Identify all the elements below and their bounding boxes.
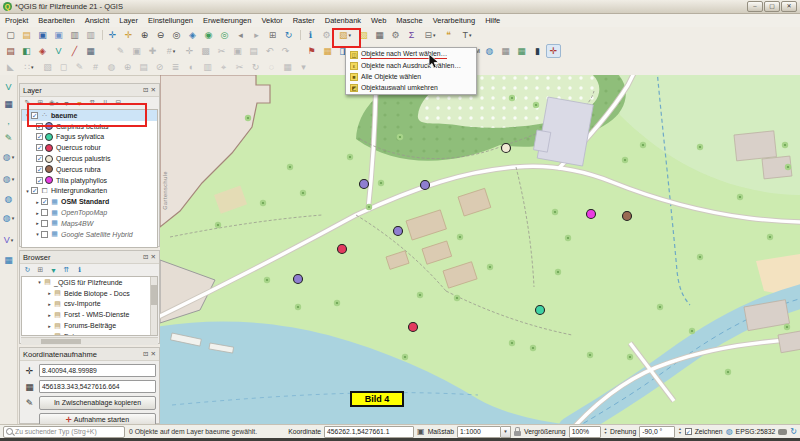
move-feature-icon[interactable]: ✛ xyxy=(182,44,197,58)
save-project-icon[interactable]: ▣ xyxy=(35,28,50,42)
legend-checkbox[interactable]: ✓ xyxy=(36,177,43,184)
browser-folder[interactable]: ▸▤Fotos xyxy=(22,331,157,336)
3d-map-view-icon[interactable]: ◧ xyxy=(19,44,34,58)
filter-legend-icon[interactable]: ▼ xyxy=(61,98,72,109)
browser-folder[interactable]: ▸▤csv-Importe xyxy=(22,299,157,310)
menu-hilfe[interactable]: Hilfe xyxy=(480,16,505,25)
cut-features-icon[interactable]: ✂ xyxy=(214,44,229,58)
zoom-in-icon[interactable]: ⊕ xyxy=(137,28,152,42)
tile-grid-icon[interactable]: ▦ xyxy=(498,44,513,58)
basemap-checkbox[interactable]: ✓ xyxy=(41,198,48,205)
add-virtual-layer-icon[interactable]: ▦ xyxy=(1,252,16,267)
menu-einstellungen[interactable]: Einstellungen xyxy=(143,16,198,25)
offset-curve-icon[interactable]: ◻ xyxy=(56,60,71,74)
collapse-all-browser-icon[interactable]: ⇈ xyxy=(61,265,72,276)
label-properties-icon[interactable]: ◌ xyxy=(264,60,279,74)
identify-features-icon[interactable]: ℹ xyxy=(303,28,318,42)
rotation-value[interactable]: -90,0 ° xyxy=(639,426,675,438)
save-edits-icon[interactable]: ▣ xyxy=(129,44,144,58)
field-calculator-icon[interactable]: Σ xyxy=(404,28,419,42)
legend-item[interactable]: ✓Quercus palustris xyxy=(34,153,157,164)
wgs84-coordinate-field[interactable]: 8.40094,48.99989 xyxy=(39,364,156,377)
run-feature-action-icon[interactable]: ⚙ xyxy=(319,28,334,42)
layer-styling-icon[interactable]: V xyxy=(51,44,66,58)
browser-vertical-scrollbar[interactable] xyxy=(150,277,157,335)
tree-point-quercus-robur[interactable] xyxy=(409,323,418,332)
legend-checkbox[interactable]: ✓ xyxy=(36,166,43,173)
menu-erweiterungen[interactable]: Erweiterungen xyxy=(198,16,256,25)
merge-features-icon[interactable]: ⊕ xyxy=(120,60,135,74)
menu-item-select-all[interactable]: ■Alle Objekte wählen xyxy=(346,71,476,82)
render-checkbox[interactable]: ✓ xyxy=(685,428,692,435)
redo-icon[interactable]: ↷ xyxy=(278,44,293,58)
toggle-editing-icon[interactable]: ✎ xyxy=(113,44,128,58)
rendering-refresh-icon[interactable]: ↻ xyxy=(790,427,797,436)
browser-folder[interactable]: ▸▤Forums-Beiträge xyxy=(22,320,157,331)
wgs84-crosshair-icon[interactable]: ✛ xyxy=(23,365,36,377)
fill-ring-icon[interactable]: ▧ xyxy=(40,60,55,74)
legend-checkbox[interactable]: ✓ xyxy=(36,144,43,151)
add-feature-icon[interactable]: ✚ xyxy=(145,44,160,58)
projected-crs-grid-icon[interactable]: ▦ xyxy=(23,381,36,393)
temporal-controller-icon[interactable]: ▦ xyxy=(83,44,98,58)
freehand-annotation-icon[interactable]: ✎ xyxy=(1,130,16,145)
basemap-checkbox[interactable] xyxy=(41,209,48,216)
properties-widget-icon[interactable]: ℹ xyxy=(74,265,85,276)
legend-item[interactable]: ✓Quercus robur xyxy=(34,142,157,153)
processing-toolbox-icon[interactable]: ⚙ xyxy=(388,28,403,42)
close-panel-icon[interactable]: ✕ xyxy=(151,350,156,358)
zoom-native-icon[interactable]: ◎ xyxy=(169,28,184,42)
basemap-item[interactable]: ▸✓▦OSM Standard xyxy=(32,196,157,207)
tree-point-tilia-platyphyllos[interactable] xyxy=(587,210,596,219)
tree-point-quercus-rubra[interactable] xyxy=(623,212,632,221)
close-button[interactable]: ✕ xyxy=(781,1,797,12)
manage-map-themes-icon[interactable]: ◉▾ xyxy=(48,98,59,109)
pan-map-icon[interactable]: ✛ xyxy=(105,28,120,42)
group-item-hintergrundkarten[interactable]: ▾✓⧠Hintergrundkarten xyxy=(22,186,157,197)
text-annotation-icon[interactable]: T▾ xyxy=(457,28,477,42)
menu-verarbeitung[interactable]: Verarbeitung xyxy=(428,16,481,25)
close-panel-icon[interactable]: ✕ xyxy=(151,86,156,94)
collapse-all-icon[interactable]: ⇊ xyxy=(100,98,111,109)
measure-dropdown-icon[interactable]: ⊟▾ xyxy=(420,28,440,42)
menu-web[interactable]: Web xyxy=(366,16,391,25)
layout-manager-icon[interactable]: ▥ xyxy=(83,28,98,42)
remove-layer-icon[interactable]: ⊟ xyxy=(113,98,124,109)
new-shapefile-layer-icon[interactable]: V xyxy=(1,79,16,94)
browser-folder[interactable]: ▸▤Forst - WMS-Dienste xyxy=(22,309,157,320)
split-parts-icon[interactable]: ◍ xyxy=(104,60,119,74)
browser-folder[interactable]: ▸▤Beide Biotope - Docs xyxy=(22,288,157,299)
basemap-item[interactable]: ▸▦OpenTopoMap xyxy=(32,207,157,218)
undo-icon[interactable]: ↶ xyxy=(262,44,277,58)
tree-point-carpinus-betulus[interactable] xyxy=(294,275,303,284)
merge-attributes-icon[interactable]: ▤ xyxy=(136,60,151,74)
select-features-dropdown-icon[interactable]: ▧▾ xyxy=(335,28,355,42)
zoom-to-layer-icon[interactable]: ◎ xyxy=(217,28,232,42)
add-postgis-layer-icon[interactable]: ◍▾ xyxy=(0,169,19,189)
label-pin-icon[interactable]: ▥ xyxy=(200,60,215,74)
label-move-icon[interactable]: ✂ xyxy=(232,60,247,74)
crs-value[interactable]: EPSG:25832 xyxy=(736,428,776,435)
annotation-pin-icon[interactable]: ⚑ xyxy=(304,44,319,58)
open-attribute-table-icon[interactable]: ▦ xyxy=(372,28,387,42)
browser-horizontal-scrollbar[interactable] xyxy=(21,337,158,345)
close-panel-icon[interactable]: ✕ xyxy=(151,253,156,261)
zoom-out-icon[interactable]: ⊖ xyxy=(153,28,168,42)
extents-icon[interactable]: ▣ xyxy=(417,427,425,436)
tree-point-carpinus-betulus[interactable] xyxy=(360,180,369,189)
menu-masche[interactable]: Masche xyxy=(391,16,427,25)
filter-by-expression-icon[interactable]: ▼ xyxy=(74,98,85,109)
float-panel-icon[interactable]: ⊡ xyxy=(143,350,148,358)
simplify-feature-icon[interactable]: ◣ xyxy=(3,60,18,74)
menu-projekt[interactable]: Projekt xyxy=(0,16,33,25)
new-project-icon[interactable]: ▢ xyxy=(3,28,18,42)
legend-checkbox[interactable]: ✓ xyxy=(36,155,43,162)
menu-item-select-by-value[interactable]: ◫Objekte nach Wert wählen… xyxy=(346,49,476,60)
magnifier-value[interactable]: 100% xyxy=(569,426,601,438)
map-canvas[interactable]: Gartenschule Bild 4 xyxy=(160,75,800,424)
add-selected-layers-icon[interactable]: ⊞ xyxy=(35,265,46,276)
split-features-icon[interactable]: # xyxy=(88,60,103,74)
projected-coordinate-field[interactable]: 456183.343,5427616.664 xyxy=(39,380,156,393)
tree-point-quercus-palustris[interactable] xyxy=(502,144,511,153)
legend-item[interactable]: ✓Tilia platyphyllos xyxy=(34,175,157,186)
